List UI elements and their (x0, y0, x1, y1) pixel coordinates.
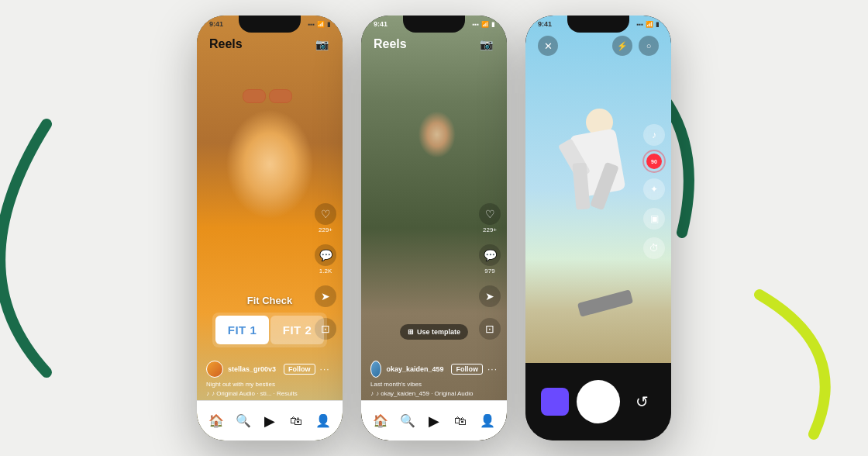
bottom-info-2: okay_kaiden_459 Follow ··· Last month's … (361, 361, 507, 397)
rotate-camera-btn[interactable]: ↺ (628, 388, 656, 416)
camera-icon-2: 📷 (480, 38, 493, 50)
music-toolbar-icon: ♪ (652, 130, 656, 140)
wifi-icon-2: 📶 (481, 21, 489, 28)
comment-icon-2: 💬 (479, 244, 501, 266)
settings-button-3[interactable]: ○ (639, 36, 659, 56)
bottom-nav-1: 🏠 🔍 ▶ 🛍 👤 (197, 400, 343, 440)
phone-1: 9:41 ▪▪▪ 📶 ▮ Reels 📷 ♡ 229+ (197, 16, 343, 440)
nav-shop-1[interactable]: 🛍 (285, 410, 307, 432)
wifi-icon: 📶 (317, 21, 325, 28)
like-button-2[interactable]: ♡ 229+ (479, 203, 501, 233)
status-time-1: 9:41 (209, 20, 223, 28)
phone-3-screen: 9:41 ▪▪▪ 📶 ▮ ✕ ⚡ ○ ♪ (525, 16, 671, 440)
music-icon-2: ♪ (370, 390, 374, 397)
battery-icon-2: ▮ (491, 21, 494, 28)
fit-check-overlay: Fit Check FIT 1 FIT 2 (197, 295, 343, 347)
nav-profile-2[interactable]: 👤 (477, 410, 498, 432)
rec-number: 90 (651, 159, 657, 164)
comment-icon-1: 💬 (315, 244, 336, 266)
camera-button-1[interactable]: 📷 (313, 36, 330, 53)
fit-buttons: FIT 1 FIT 2 (212, 313, 327, 347)
music-icon-1: ♪ (206, 390, 209, 397)
like-button-1[interactable]: ♡ 229+ (315, 203, 336, 233)
audio-text-2: ♪ okay_kaiden_459 · Original Audio (376, 390, 473, 397)
bottom-nav-2: 🏠 🔍 ▶ 🛍 👤 (361, 400, 507, 440)
username-2: okay_kaiden_459 (386, 365, 443, 373)
nav-home-1[interactable]: 🏠 (205, 410, 227, 432)
sunglasses (243, 89, 297, 103)
fit-btn-1[interactable]: FIT 1 (215, 316, 269, 344)
comment-count-2: 979 (484, 268, 494, 275)
phone-2-header: Reels 📷 (361, 36, 507, 53)
timer-icon: ⏱ (649, 243, 659, 254)
comment-button-2[interactable]: 💬 979 (479, 244, 501, 275)
battery-icon-3: ▮ (656, 21, 659, 28)
save-button-2[interactable]: ⊡ (479, 318, 501, 340)
wifi-icon-3: 📶 (646, 21, 653, 28)
camera-icon-1: 📷 (315, 38, 329, 50)
use-template-label: Use template (417, 328, 460, 336)
status-time-2: 9:41 (374, 20, 388, 28)
status-time-3: 9:41 (538, 20, 552, 28)
close-button-3[interactable]: ✕ (538, 36, 558, 56)
more-options-1[interactable]: ··· (320, 364, 330, 375)
nav-search-1[interactable]: 🔍 (232, 410, 254, 432)
comment-button-1[interactable]: 💬 1.2K (315, 244, 336, 275)
phone-2-screen: 9:41 ▪▪▪ 📶 ▮ Reels 📷 ♡ 229+ (361, 16, 507, 440)
template-icon: ⊞ (408, 328, 414, 336)
save-icon-2: ⊡ (479, 318, 501, 340)
status-icons-1: ▪▪▪ 📶 ▮ (308, 21, 330, 28)
comment-count-1: 1.2K (319, 268, 332, 275)
flash-off-button[interactable]: ⚡ (612, 36, 632, 56)
audio-text-1: ♪ Original Audio · sti... · Results (212, 390, 298, 397)
capture-button[interactable] (577, 380, 620, 423)
phone-3-bottom: ↺ (525, 363, 671, 440)
avatar-2 (370, 361, 381, 378)
phone-3: 9:41 ▪▪▪ 📶 ▮ ✕ ⚡ ○ ♪ (525, 16, 671, 440)
use-template-btn[interactable]: ⊞ Use template (400, 324, 468, 340)
nav-reels-2[interactable]: ▶ (423, 410, 445, 432)
share-button-2[interactable]: ➤ (479, 285, 501, 307)
phones-container: 9:41 ▪▪▪ 📶 ▮ Reels 📷 ♡ 229+ (197, 16, 671, 440)
status-bar-2: 9:41 ▪▪▪ 📶 ▮ (374, 20, 494, 28)
battery-icon: ▮ (327, 21, 330, 28)
music-toolbar-btn[interactable]: ♪ (643, 124, 665, 146)
like-count-2: 229+ (483, 226, 497, 233)
nav-search-2[interactable]: 🔍 (397, 410, 418, 432)
timer-toolbar-btn[interactable]: ⏱ (643, 237, 665, 259)
timer-container: 90 (643, 154, 665, 171)
more-options-2[interactable]: ··· (487, 364, 498, 375)
fit-check-label: Fit Check (197, 295, 343, 306)
caption-1: Night out with my besties (206, 381, 333, 388)
layout-toolbar-btn[interactable]: ▣ (643, 208, 665, 230)
share-icon-2: ➤ (479, 285, 501, 307)
caption-2: Last month's vibes (370, 381, 498, 388)
reels-title-2: Reels (374, 37, 407, 51)
phone-3-toolbar: ♪ 90 ✦ ▣ ⏱ (643, 124, 665, 259)
reels-title-1: Reels (209, 37, 243, 51)
effects-toolbar-btn[interactable]: ✦ (643, 178, 665, 200)
phone-1-header: Reels 📷 (197, 36, 343, 53)
camera-button-2[interactable]: 📷 (477, 36, 494, 53)
signal-icon: ▪▪▪ (308, 21, 315, 28)
nav-profile-1[interactable]: 👤 (312, 410, 334, 432)
nav-reels-1[interactable]: ▶ (259, 410, 281, 432)
follow-btn-1[interactable]: Follow (284, 364, 315, 375)
nav-home-2[interactable]: 🏠 (370, 410, 391, 432)
fit-btn-2[interactable]: FIT 2 (270, 316, 324, 344)
nav-shop-2[interactable]: 🛍 (450, 410, 471, 432)
status-bar-1: 9:41 ▪▪▪ 📶 ▮ (209, 20, 330, 28)
status-bar-3: 9:41 ▪▪▪ 📶 ▮ (538, 20, 659, 28)
effects-icon: ✦ (650, 184, 658, 195)
follow-btn-2[interactable]: Follow (451, 364, 483, 375)
sunglass-left (243, 89, 266, 103)
phone-3-controls: ✕ ⚡ ○ (525, 36, 671, 56)
signal-icon-2: ▪▪▪ (472, 21, 479, 28)
sunglass-right (269, 89, 292, 103)
user-row-1: stellas_gr00v3 Follow ··· (206, 361, 333, 378)
color-swatch-btn[interactable] (541, 388, 569, 416)
heart-icon-2: ♡ (479, 203, 501, 225)
status-icons-2: ▪▪▪ 📶 ▮ (472, 21, 494, 28)
audio-row-2: ♪ ♪ okay_kaiden_459 · Original Audio (370, 390, 498, 397)
signal-icon-3: ▪▪▪ (636, 21, 643, 28)
